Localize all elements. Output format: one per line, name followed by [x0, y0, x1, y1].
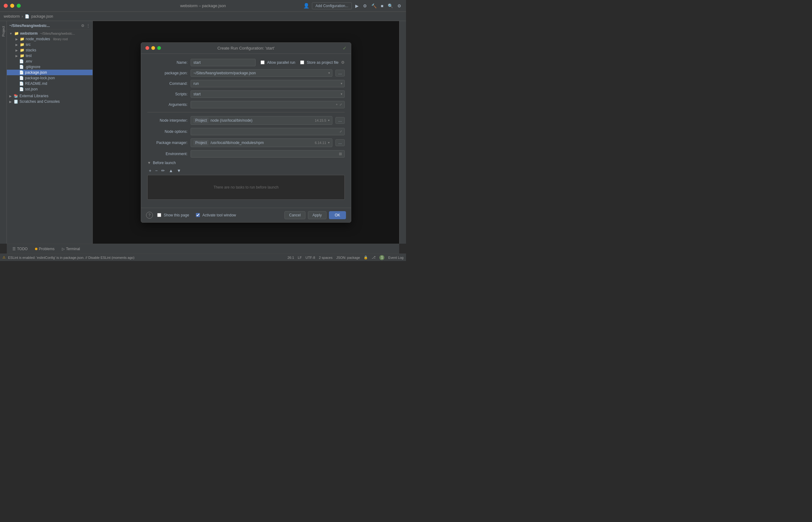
environment-input[interactable] [193, 152, 339, 156]
tree-item-sst-json[interactable]: 📄 sst.json [7, 86, 92, 92]
status-message[interactable]: ESLint is enabled: 'eslintConfig' is in … [8, 256, 134, 259]
before-launch-empty-message: There are no tasks to run before launch [213, 185, 278, 189]
before-launch-section: ▼ Before launch + − ✏ ▲ ▼ There are no t… [147, 161, 345, 200]
show-page-checkbox[interactable] [157, 213, 161, 217]
before-launch-up-button[interactable]: ▲ [167, 167, 174, 174]
tree-item-package-json[interactable]: 📄 package.json [7, 70, 92, 75]
tree-item-external-libraries[interactable]: ▶ 📚 External Libraries [7, 93, 92, 99]
file-tree: ~/Sites/fwang/webstc... ⚙ ⋮ ▼ 📁 webstorm… [7, 21, 93, 244]
package-manager-dropdown-arrow: ▾ [328, 141, 330, 144]
tree-settings-icon[interactable]: ⚙ [81, 23, 84, 28]
add-configuration-button[interactable]: Add Configuration... [312, 2, 352, 9]
apply-button[interactable]: Apply [308, 211, 327, 219]
help-button[interactable]: ? [146, 212, 153, 219]
build-button[interactable]: 🔨 [370, 2, 377, 9]
tree-label: README.md [25, 81, 47, 86]
settings-button[interactable]: ⚙ [362, 2, 368, 9]
command-select[interactable]: run [191, 80, 345, 87]
settings2-button[interactable]: ⚙ [396, 2, 402, 9]
tree-item-scratches[interactable]: ▶ 🗒️ Scratches and Consoles [7, 99, 92, 104]
store-project-settings-icon[interactable]: ⚙ [341, 60, 345, 65]
left-sidebar-tabs: Project [0, 21, 7, 244]
before-launch-add-button[interactable]: + [147, 167, 153, 174]
right-sidebar-tabs [399, 21, 406, 244]
package-json-select[interactable]: ~/Sites/fwang/webstorm/package.json [191, 69, 332, 77]
status-position[interactable]: 26:1 [288, 256, 294, 259]
tree-item-stacks[interactable]: ▶ 📁 stacks [7, 47, 92, 53]
scripts-row: Scripts: start [147, 91, 345, 98]
package-manager-row: Package manager: Project /usr/local/lib/… [147, 138, 345, 147]
tab-todo[interactable]: ☰ TODO [9, 245, 30, 252]
allow-parallel-checkbox[interactable] [261, 60, 265, 64]
arguments-expand2-button[interactable]: ⤢ [339, 103, 342, 106]
cancel-button[interactable]: Cancel [284, 211, 305, 219]
environment-edit-button[interactable]: ⊞ [339, 152, 342, 156]
node-version: 14.15.5 [315, 119, 326, 122]
ok-button[interactable]: OK [329, 211, 346, 219]
scripts-select[interactable]: start [191, 91, 345, 98]
before-launch-chevron[interactable]: ▼ [147, 161, 151, 165]
status-indent[interactable]: 2 spaces [319, 256, 332, 259]
tab-problems[interactable]: Problems [32, 245, 58, 252]
sidebar-tab-project[interactable]: Project [1, 23, 6, 39]
package-json-select-wrapper: ~/Sites/fwang/webstorm/package.json [191, 69, 332, 77]
node-interpreter-path: node (/usr/local/bin/node) [210, 118, 313, 123]
tree-item-package-lock[interactable]: 📄 package-lock.json [7, 75, 92, 81]
tree-label: test [26, 54, 32, 58]
node-interpreter-label: Node interpreter: [147, 118, 188, 123]
run-button[interactable]: ▶ [354, 2, 359, 9]
package-json-browse-button[interactable]: … [335, 70, 345, 77]
project-label[interactable]: ~/Sites/fwang/webstc... [9, 23, 50, 28]
arguments-input[interactable] [193, 102, 334, 107]
name-input[interactable] [191, 59, 256, 66]
package-manager-wrapper: Project /usr/local/lib/node_modules/npm … [191, 138, 332, 147]
store-project-checkbox[interactable] [300, 60, 304, 64]
file-icon: 📄 [19, 87, 24, 91]
tree-item-src[interactable]: ▶ 📁 src [7, 42, 92, 47]
package-manager-browse-button[interactable]: … [335, 139, 345, 146]
tree-label: .env [25, 59, 32, 63]
tab-terminal[interactable]: ▷ Terminal [59, 245, 83, 252]
activate-window-checkbox[interactable] [196, 213, 200, 217]
status-encoding[interactable]: UTF-8 [306, 256, 315, 259]
before-launch-edit-button[interactable]: ✏ [160, 167, 166, 174]
tree-label: External Libraries [20, 94, 48, 98]
minimize-button[interactable] [10, 4, 14, 8]
arguments-expand-button[interactable]: + [336, 103, 338, 106]
node-options-input[interactable] [193, 129, 338, 134]
tree-label: .gitignore [25, 65, 40, 69]
maximize-button[interactable] [17, 4, 21, 8]
tree-item-env[interactable]: 📄 .env [7, 59, 92, 64]
status-file-type[interactable]: JSON: package [336, 256, 360, 259]
node-interpreter-browse-button[interactable]: … [335, 117, 345, 124]
close-button[interactable] [4, 4, 8, 8]
environment-label: Environment: [147, 152, 188, 156]
tree-root-folder[interactable]: ▼ 📁 webstorm ~/Sites/fwang/webstc... [7, 31, 92, 36]
dialog-close-button[interactable] [145, 46, 149, 50]
arguments-row: Arguments: + ⤢ [147, 101, 345, 108]
dialog-traffic-lights [145, 46, 161, 50]
dialog-minimize-button[interactable] [151, 46, 155, 50]
search-button[interactable]: 🔍 [387, 2, 394, 9]
event-log-label[interactable]: Event Log [388, 256, 403, 259]
tree-item-gitignore[interactable]: 📄 .gitignore [7, 64, 92, 70]
before-launch-remove-button[interactable]: − [153, 167, 159, 174]
node-options-expand-button[interactable]: ⤢ [339, 130, 342, 133]
tree-item-readme[interactable]: 📄 README.md [7, 81, 92, 86]
breadcrumb-app[interactable]: webstorm [4, 14, 20, 19]
tree-item-node-modules[interactable]: ▶ 📁 node_modules library root [7, 36, 92, 42]
stop-button[interactable]: ■ [380, 2, 384, 9]
status-line-ending[interactable]: LF [298, 256, 302, 259]
file-icon: 📄 [19, 70, 24, 75]
before-launch-down-button[interactable]: ▼ [175, 167, 183, 174]
tree-item-test[interactable]: ▶ 📁 test [7, 53, 92, 59]
account-icon[interactable]: 👤 [303, 3, 309, 9]
tree-options-icon[interactable]: ⋮ [86, 23, 90, 28]
node-options-label: Node options: [147, 129, 188, 134]
tab-todo-label: TODO [17, 247, 27, 251]
breadcrumb-file[interactable]: package.json [31, 14, 53, 19]
dialog-maximize-button[interactable] [157, 46, 161, 50]
scratches-icon: 🗒️ [14, 99, 18, 104]
package-manager-badge: Project [193, 140, 209, 145]
tree-label: package.json [25, 70, 47, 75]
